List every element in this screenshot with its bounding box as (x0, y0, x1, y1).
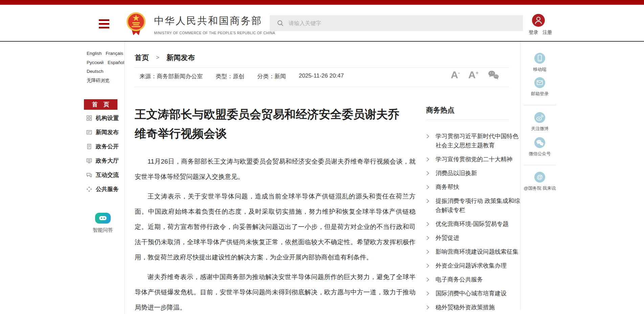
chevron-right-icon (426, 185, 429, 191)
rail-divider (524, 165, 556, 165)
site-subtitle: MINISTRY OF COMMERCE OF THE PEOPLE'S REP… (154, 31, 275, 35)
service-hall-icon (86, 158, 92, 164)
chevron-right-icon (426, 263, 429, 269)
ai-qa-label: 智能问答 (86, 227, 120, 233)
sidebar-item-news[interactable]: 新闻发布 (86, 128, 119, 137)
language-switcher: EnglishFrançais РусскийEspañol Deutsch 无… (87, 49, 128, 85)
chevron-right-icon (426, 134, 429, 140)
top-accent-bar (0, 0, 644, 5)
ai-qa-button[interactable]: 智能问答 (86, 213, 120, 233)
sidebar-item-org[interactable]: 机构设置 (86, 114, 119, 122)
rail-divider (524, 105, 556, 105)
hotspot-item[interactable]: 影响营商环境建设问题线索征集 (426, 247, 521, 256)
page-content: EnglishFrançais РусскийEspañol Deutsch 无… (0, 42, 644, 314)
lang-espanol[interactable]: Español (108, 60, 124, 65)
search-input[interactable] (288, 20, 506, 27)
rail-item-mail[interactable]: 邮箱登录 (521, 77, 558, 97)
meta-category: 分类：新闻 (257, 72, 286, 80)
font-increase-button[interactable]: A+ (468, 70, 479, 80)
breadcrumb-home[interactable]: 首页 (135, 53, 149, 62)
user-avatar-button[interactable] (532, 14, 545, 27)
search-box[interactable] (270, 15, 523, 31)
breadcrumb-divider (135, 67, 509, 68)
sidebar-item-label: 政务大厅 (96, 157, 119, 165)
hotspot-item[interactable]: 消费品以旧换新 (426, 169, 521, 178)
rail-item-at-gov[interactable]: @ @国务院 我来说 (521, 172, 558, 191)
hotspot-item[interactable]: 稳外贸稳外资政策措施 (426, 303, 521, 312)
hotspot-item[interactable]: 提振消费专项行动 政策集成和综合解读专栏 (426, 196, 521, 215)
hotspots-list: 学习贯彻习近平新时代中国特色社会主义思想主题教育 学习宣传贯彻党的二十大精神 消… (426, 132, 521, 314)
sidebar-item-label: 新闻发布 (96, 128, 119, 136)
sidebar-item-interaction[interactable]: 互动交流 (86, 171, 119, 179)
wechat-icon (534, 137, 545, 148)
breadcrumb: 首页 > 新闻发布 (135, 53, 195, 62)
chevron-right-icon (426, 198, 429, 205)
at-gov-icon: @ (534, 172, 545, 183)
article-paragraph: 11月26日，商务部部长王文涛与欧盟委员会贸易和经济安全委员谢夫乔维奇举行视频会… (135, 154, 416, 184)
site-title: 中华人民共和国商务部 (154, 14, 275, 28)
chevron-right-icon (426, 249, 429, 255)
search-icon (277, 20, 284, 26)
sidebar-item-label: 政务公开 (96, 143, 119, 150)
register-link[interactable]: 注册 (543, 29, 552, 36)
login-link[interactable]: 登录 (529, 29, 538, 36)
public-service-icon (86, 186, 92, 192)
hotspot-item[interactable]: 学习宣传贯彻党的二十大精神 (426, 155, 521, 164)
hotspot-item[interactable]: 商务帮扶 (426, 183, 521, 192)
lang-deutsch[interactable]: Deutsch (87, 69, 104, 74)
mobile-icon (534, 53, 545, 64)
hotspot-item[interactable]: 学习贯彻习近平新时代中国特色社会主义思想主题教育 (426, 132, 521, 150)
hotspot-item[interactable]: 外贸促进 (426, 233, 521, 243)
rail-item-mobile[interactable]: 移动端 (521, 53, 558, 72)
lang-francais[interactable]: Français (106, 51, 123, 56)
chevron-right-icon (426, 222, 429, 228)
wechat-share-button[interactable] (487, 70, 499, 80)
account-links: 登录 注册 (525, 29, 556, 36)
lang-russian[interactable]: Русский (87, 60, 104, 65)
article-paragraph: 谢夫乔维奇表示，感谢中国商务部为推动解决安世半导体问题所作的巨大努力，避免了全球… (135, 269, 416, 314)
mail-login-icon (534, 77, 545, 88)
chevron-right-icon (426, 277, 429, 283)
hotspot-item[interactable]: 优化营商环境-国际贸易专题 (426, 219, 521, 229)
sidebar-item-gov-affairs[interactable]: 政务公开 (86, 142, 119, 151)
site-brand: 中华人民共和国商务部 MINISTRY OF COMMERCE OF THE P… (154, 14, 275, 35)
sidebar-item-service-hall[interactable]: 政务大厅 (86, 156, 119, 165)
sidebar-item-home[interactable]: 首 页 (84, 99, 117, 110)
article-tools: A- A+ (451, 70, 499, 80)
chevron-right-icon (426, 291, 429, 297)
chevron-right-icon (426, 171, 429, 177)
org-grid-icon (86, 115, 92, 121)
site-header: 中华人民共和国商务部 MINISTRY OF COMMERCE OF THE P… (0, 5, 644, 41)
rail-item-weibo[interactable]: 关注微博 (521, 112, 558, 132)
article-body: 11月26日，商务部部长王文涛与欧盟委员会贸易和经济安全委员谢夫乔维奇举行视频会… (135, 154, 416, 314)
font-decrease-button[interactable]: A- (451, 70, 460, 80)
breadcrumb-current[interactable]: 新闻发布 (166, 53, 195, 62)
hotspot-item[interactable]: 外资企业问题诉求收集办理 (426, 261, 521, 270)
menu-icon[interactable] (99, 19, 109, 28)
rail-item-wechat[interactable]: 微信公众号 (521, 137, 558, 157)
chevron-right-icon (426, 235, 429, 242)
sidebar-item-label: 机构设置 (96, 114, 119, 122)
weibo-icon (534, 112, 545, 123)
hotspots-divider (426, 120, 509, 120)
breadcrumb-separator-icon: > (156, 54, 159, 61)
sidebar-item-public-service[interactable]: 公共服务 (86, 185, 119, 193)
lang-english[interactable]: English (87, 51, 102, 56)
chat-icon (86, 172, 92, 178)
article-meta: 来源：商务部新闻办公室 类型：原创 分类：新闻 2025-11-26 20:47 (139, 72, 344, 80)
meta-divider (135, 87, 509, 87)
hotspot-item[interactable]: 国际消费中心城市培育建设 (426, 289, 521, 298)
document-icon (86, 144, 92, 149)
sidebar-item-label: 公共服务 (96, 185, 119, 193)
accessibility-link[interactable]: 无障碍浏览 (87, 78, 110, 83)
chevron-right-icon (426, 157, 429, 163)
user-person-icon (532, 14, 545, 27)
hotspots-title: 商务热点 (426, 105, 454, 115)
article-paragraph: 王文涛表示，关于安世半导体问题，造成当前全球半导体产供链混乱的源头和责任在荷兰方… (135, 189, 416, 265)
hotspot-item[interactable]: 电子商务公共服务 (426, 275, 521, 284)
meta-source: 来源：商务部新闻办公室 (139, 72, 203, 80)
article-title: 王文涛部长与欧盟委员会贸易和经济安全委员谢夫乔维奇举行视频会谈 (135, 105, 407, 143)
chevron-right-icon (426, 305, 429, 311)
wechat-share-icon (487, 70, 499, 80)
national-emblem-logo (126, 12, 146, 37)
